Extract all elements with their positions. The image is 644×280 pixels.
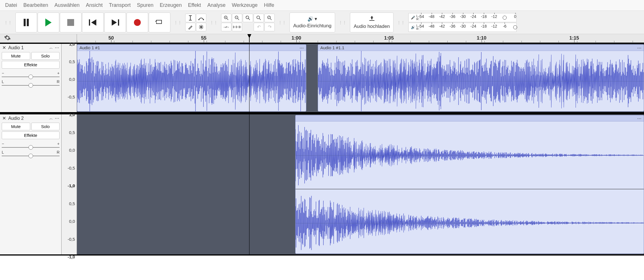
zoom-toggle-button[interactable] (264, 14, 275, 22)
svg-line-32 (268, 16, 270, 18)
fit-project-button[interactable] (254, 14, 264, 22)
grip-icon[interactable]: ⋮⋮ (2, 20, 14, 25)
collapse-track-button[interactable]: ︿ (49, 45, 53, 50)
svg-rect-4 (89, 19, 90, 26)
audio-setup-button[interactable]: 🔊 ▾ Audio-Einrichtung (290, 13, 335, 32)
track-name: Audio 1 (8, 45, 24, 50)
clip-name: Audio 1 #1.1 (320, 45, 344, 50)
clip-menu-button[interactable]: ⋯ (637, 116, 641, 121)
solo-button[interactable]: Solo (31, 123, 60, 130)
mute-button[interactable]: Mute (2, 52, 30, 60)
silence-selection-button[interactable]: ⊩⊩⊪ (232, 23, 242, 31)
svg-rect-7 (118, 19, 119, 26)
clip-menu-button[interactable]: ⋯ (299, 45, 304, 50)
menu-spuren[interactable]: Spuren (134, 1, 156, 9)
gear-icon[interactable] (4, 34, 11, 42)
track-menu-button[interactable]: ⋯ (55, 116, 60, 121)
audio-clip[interactable]: Audio 1 #1⋯ (77, 44, 306, 112)
grip-icon[interactable]: ⋮⋮ (337, 20, 348, 25)
effects-button[interactable]: Effekte (2, 131, 60, 139)
share-audio-button[interactable]: Audio hochladen (350, 13, 394, 32)
undo-button[interactable]: ↶ (254, 23, 264, 31)
menu-ansicht[interactable]: Ansicht (83, 1, 105, 9)
clip-menu-button[interactable]: ⋯ (637, 45, 641, 50)
gain-slider[interactable]: −+ (2, 141, 60, 148)
close-track-button[interactable]: ✕ (2, 116, 7, 121)
gain-slider[interactable]: −+ (2, 71, 60, 77)
upload-icon (369, 15, 375, 22)
loop-button[interactable] (149, 13, 170, 32)
record-button[interactable] (127, 13, 148, 32)
svg-line-27 (248, 18, 250, 20)
menu-bearbeiten[interactable]: Bearbeiten (21, 1, 51, 9)
svg-rect-1 (27, 19, 29, 26)
toolbar: ⋮⋮ ⋮⋮ ⋮⋮ (0, 11, 644, 34)
svg-rect-0 (24, 19, 26, 26)
svg-marker-2 (45, 18, 52, 26)
svg-line-24 (238, 18, 239, 20)
skip-start-button[interactable] (82, 13, 104, 32)
svg-point-28 (257, 16, 260, 19)
menu-analyse[interactable]: Analyse (204, 1, 228, 9)
draw-tool[interactable] (185, 23, 195, 31)
grip-icon[interactable]: ⋮⋮ (395, 20, 407, 25)
zoom-out-button[interactable] (232, 14, 242, 22)
menu-hilfe[interactable]: Hilfe (261, 1, 277, 9)
grip-icon[interactable]: ⋮⋮ (208, 20, 219, 25)
pause-button[interactable] (15, 13, 37, 32)
menu-bar: Datei Bearbeiten Auswählen Ansicht Trans… (0, 0, 644, 11)
selection-tool[interactable] (185, 14, 195, 22)
speaker-icon: 🔊 ▾ (307, 16, 317, 22)
clip-name: Audio 1 #1 (80, 45, 100, 50)
grip-icon[interactable]: ⋮⋮ (276, 20, 288, 25)
playback-meter[interactable]: 🔊 LR -54-48-42-36-30-24-18-12-6 (408, 23, 517, 32)
tracks-area: ✕ Audio 1 ︿ ⋯ Mute Solo Effekte −+ LR 1,… (0, 43, 644, 256)
redo-button[interactable]: ↷ (264, 23, 275, 31)
close-track-button[interactable]: ✕ (2, 45, 7, 50)
svg-marker-6 (112, 19, 117, 26)
svg-line-20 (227, 18, 228, 20)
zoom-in-button[interactable] (221, 14, 231, 22)
grip-icon[interactable]: ⋮⋮ (172, 20, 184, 25)
recording-meter[interactable]: 🎤 LR -54-48-42-36-30-24-18-120 (408, 13, 517, 22)
svg-rect-3 (67, 19, 74, 26)
envelope-tool[interactable] (196, 14, 206, 22)
track-waveform-area[interactable]: ⋯ (77, 114, 644, 254)
mute-button[interactable]: Mute (2, 123, 30, 130)
effects-button[interactable]: Effekte (2, 61, 60, 69)
menu-effekt[interactable]: Effekt (185, 1, 204, 9)
menu-transport[interactable]: Transport (106, 1, 133, 9)
track-menu-button[interactable]: ⋯ (55, 45, 60, 50)
menu-auswaehlen[interactable]: Auswählen (52, 1, 82, 9)
pan-slider[interactable]: LR (2, 79, 60, 86)
fit-selection-button[interactable] (243, 14, 253, 22)
track-control-panel: ✕ Audio 1 ︿ ⋯ Mute Solo Effekte −+ LR (0, 44, 62, 112)
audio-clip[interactable]: ⋯ (295, 115, 644, 254)
track-control-panel: ✕ Audio 2 ︿ ⋯ Mute Solo Effekte −+ LR (0, 114, 62, 254)
microphone-icon: 🎤 (410, 16, 416, 20)
svg-point-14 (203, 19, 204, 20)
stop-button[interactable] (60, 13, 81, 32)
collapse-track-button[interactable]: ︿ (49, 116, 53, 121)
play-button[interactable] (38, 13, 59, 32)
track-waveform-area[interactable]: Audio 1 #1⋯Audio 1 #1.1⋯ (77, 44, 644, 112)
solo-button[interactable]: Solo (31, 52, 60, 60)
skip-end-button[interactable] (104, 13, 126, 32)
time-ruler[interactable]: 50551:001:051:101:15 (0, 34, 644, 43)
menu-datei[interactable]: Datei (2, 1, 20, 9)
pan-slider[interactable]: LR (2, 150, 60, 156)
svg-line-29 (259, 18, 261, 20)
audio-clip[interactable]: Audio 1 #1.1⋯ (318, 44, 644, 112)
svg-line-31 (270, 18, 272, 20)
trim-outside-button[interactable]: -⩫- (221, 23, 231, 31)
audio-setup-label: Audio-Einrichtung (293, 23, 331, 29)
speaker-icon: 🔊 (410, 25, 416, 29)
svg-point-13 (198, 19, 199, 20)
menu-werkzeuge[interactable]: Werkzeuge (229, 1, 260, 9)
track-name: Audio 2 (8, 116, 24, 121)
share-audio-label: Audio hochladen (354, 24, 390, 29)
svg-marker-9 (155, 20, 156, 22)
multi-tool[interactable] (196, 23, 206, 31)
menu-erzeugen[interactable]: Erzeugen (157, 1, 185, 9)
svg-marker-5 (91, 19, 96, 26)
